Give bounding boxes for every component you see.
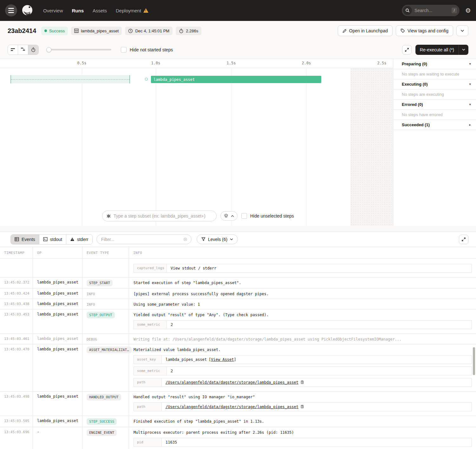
tab-stderr[interactable]: stderr [66, 235, 92, 244]
menu-icon[interactable] [5, 4, 17, 16]
log-row[interactable]: 13:45:03.453lambda_pipes_assetSTEP_OUTPU… [0, 309, 476, 334]
gantt-zoom-slider[interactable] [46, 47, 111, 53]
log-op: lambda_pipes_asset [33, 344, 82, 391]
timed-view-button[interactable] [28, 45, 38, 55]
search-placeholder: Search... [414, 8, 452, 13]
checkbox-icon[interactable] [241, 213, 247, 219]
scrollbar-thumb[interactable] [473, 347, 475, 375]
column-header-timestamp: TIMESTAMP [0, 247, 33, 258]
panel-splitter[interactable] [0, 226, 476, 232]
tab-stdout[interactable]: stdout [39, 235, 66, 244]
panel-empty-state: No steps are waiting to execute [394, 69, 476, 79]
log-row[interactable]: 13:45:03.424lambda_pipes_assetINFO[pipes… [0, 289, 476, 299]
nav-runs[interactable]: Runs [72, 8, 84, 13]
log-info: Yielded output "result" of type "Any". (… [129, 309, 476, 334]
panel-section-preparing[interactable]: Preparing (0) ▾ [394, 59, 476, 69]
nav-assets[interactable]: Assets [93, 8, 107, 13]
log-row[interactable]: captured_logsView stdout / stderr [0, 259, 476, 277]
metadata-link[interactable]: /Users/alangenfeld/data/dagster/storage/… [166, 405, 298, 409]
panel-section-succeeded[interactable]: Succeeded (1) ▸ [394, 120, 476, 130]
run-actions-dropdown-button[interactable] [456, 25, 468, 36]
gantt-overrun-shade [350, 68, 393, 226]
reexecute-all-button[interactable]: Re-execute all (*) [415, 45, 459, 55]
search-input[interactable]: Search... / [402, 5, 460, 16]
column-header-info: INFO [129, 247, 476, 258]
gantt-waiting-indicator [10, 75, 130, 83]
log-row[interactable]: 13:45:03.505lambda_pipes_assetSTEP_SUCCE… [0, 416, 476, 427]
log-row[interactable]: 13:45:03.498lambda_pipes_assetHANDLED_OU… [0, 392, 476, 416]
log-row[interactable]: 13:45:03.470lambda_pipes_assetASSET_MATE… [0, 344, 476, 392]
panel-section-executing[interactable]: Executing (0) ▾ [394, 79, 476, 89]
caret-down-icon: ▾ [469, 62, 471, 66]
clear-filter-icon[interactable]: ⊗ [183, 237, 187, 242]
log-row[interactable]: 13:45:03.461lambda_pipes_assetDEBUGWriti… [0, 334, 476, 344]
log-timestamp: 13:45:03.498 [0, 392, 33, 416]
reexecute-dropdown-button[interactable] [459, 45, 468, 55]
log-row[interactable]: 13:45:03.438lambda_pipes_assetINFOUsing … [0, 299, 476, 309]
log-filter-input[interactable] [101, 237, 183, 242]
log-event-type: INFO [82, 299, 129, 309]
top-navigation: Overview Runs Assets Deployment Search..… [0, 0, 476, 21]
view-asset-link[interactable]: [View Asset] [209, 357, 236, 362]
gantt-step-bar[interactable]: lambda_pipes_asset [151, 76, 321, 83]
log-op: lambda_pipes_asset [33, 289, 82, 299]
tick-label: 1.5s [227, 61, 236, 65]
open-in-launchpad-button[interactable]: Open in Launchpad [338, 25, 393, 36]
nav-overview[interactable]: Overview [43, 8, 63, 13]
checkbox-icon[interactable] [121, 47, 127, 53]
log-event-type: STEP_OUTPUT [82, 309, 129, 334]
log-op: lambda_pipes_asset [33, 334, 82, 344]
warning-icon [70, 237, 75, 241]
log-op: lambda_pipes_asset [33, 309, 82, 334]
copy-icon[interactable] [300, 381, 304, 385]
copy-icon[interactable] [300, 405, 304, 409]
chevron-down-icon [230, 238, 233, 240]
tick-label: 2.0s [302, 61, 311, 65]
waterfall-view-button[interactable] [18, 45, 28, 55]
job-tag[interactable]: lambda_pipes_asset [71, 27, 122, 35]
log-info: Multiprocess executor: parent process ex… [129, 427, 476, 449]
view-tags-config-button[interactable]: View tags and config [396, 25, 453, 36]
levels-dropdown-button[interactable]: Levels (6) [197, 234, 238, 244]
panel-section-errored[interactable]: Errored (0) ▾ [394, 100, 476, 110]
run-duration[interactable]: 2.286s [176, 27, 201, 35]
settings-gear-icon[interactable]: ⚙ [465, 7, 471, 14]
log-info: Started execution of step "lambda_pipes_… [129, 277, 476, 288]
gantt-view-mode-group [8, 45, 39, 55]
layers-icon [224, 214, 228, 218]
log-op: lambda_pipes_asset [33, 299, 82, 309]
slider-handle[interactable] [46, 47, 51, 52]
flat-view-icon [10, 48, 16, 52]
log-row[interactable]: 13:45:03.696-ENGINE_EVENTMultiprocess ex… [0, 427, 476, 449]
hide-not-started-checkbox[interactable]: Hide not started steps [121, 47, 173, 53]
gridline [306, 68, 307, 226]
materialization-marker-icon[interactable] [145, 78, 148, 81]
log-tabs: Events stdout stderr [10, 234, 93, 244]
expand-icon [461, 237, 466, 242]
gantt-expand-button[interactable] [402, 45, 412, 55]
dagster-logo-icon[interactable] [21, 4, 34, 17]
tab-events[interactable]: Events [11, 235, 39, 244]
log-expand-button[interactable] [459, 235, 468, 244]
log-row[interactable]: 13:45:02.372lambda_pipes_assetSTEP_START… [0, 277, 476, 289]
status-badge[interactable]: Success [41, 27, 68, 35]
step-subset-input-wrap [102, 211, 217, 221]
log-timestamp: 13:45:03.505 [0, 416, 33, 427]
nav-deployment[interactable]: Deployment [116, 8, 148, 13]
hide-unselected-checkbox[interactable]: Hide unselected steps [241, 213, 294, 219]
pencil-icon [342, 29, 347, 33]
layers-toggle-button[interactable] [220, 211, 238, 221]
run-datetime[interactable]: Dec 4, 1:45:01 PM [125, 27, 173, 35]
status-dot-icon [44, 29, 47, 32]
grid-icon [74, 29, 79, 33]
metadata-entry: some_metric2 [134, 320, 472, 329]
flat-view-button[interactable] [8, 45, 18, 55]
log-timestamp: 13:45:03.461 [0, 334, 33, 344]
log-event-type: ENGINE_EVENT [82, 427, 129, 449]
search-shortcut-badge: / [452, 8, 457, 13]
log-event-type: ASSET_MATERIALIZAT… [82, 344, 129, 391]
metadata-link[interactable]: /Users/alangenfeld/data/dagster/storage/… [166, 380, 298, 385]
step-subset-input[interactable] [114, 213, 212, 218]
log-event-type [82, 259, 129, 277]
chevron-down-icon [460, 29, 464, 32]
